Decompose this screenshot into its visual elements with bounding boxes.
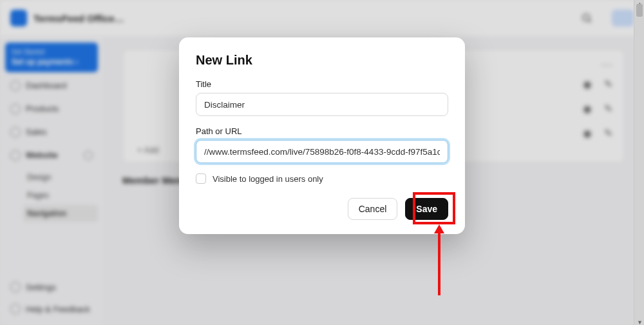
title-label: Title xyxy=(196,79,448,89)
modal-title: New Link xyxy=(196,53,448,68)
visible-logged-in-row[interactable]: Visible to logged in users only xyxy=(196,173,448,184)
visible-logged-in-label: Visible to logged in users only xyxy=(213,174,323,184)
path-label: Path or URL xyxy=(196,126,448,136)
visible-logged-in-checkbox[interactable] xyxy=(196,173,206,184)
save-button[interactable]: Save xyxy=(405,198,448,220)
path-url-input[interactable] xyxy=(196,140,448,163)
title-input[interactable] xyxy=(196,93,448,116)
new-link-modal: New Link Title Path or URL Visible to lo… xyxy=(179,37,465,234)
modal-overlay: New Link Title Path or URL Visible to lo… xyxy=(0,0,644,325)
cancel-button[interactable]: Cancel xyxy=(348,198,398,220)
